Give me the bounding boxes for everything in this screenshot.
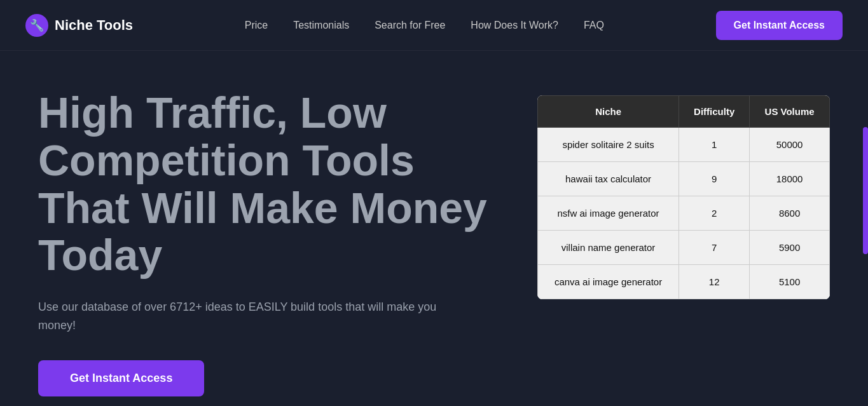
niche-table: Niche Difficulty US Volume spider solita… — [537, 95, 830, 299]
cell-niche: nsfw ai image generator — [538, 196, 679, 231]
nav-price[interactable]: Price — [245, 20, 268, 30]
navbar: 🔧 Niche Tools Price Testimonials Search … — [0, 0, 868, 51]
nav-how-does-it-work[interactable]: How Does It Work? — [471, 20, 558, 30]
table-row: canva ai image generator 12 5100 — [538, 265, 830, 299]
cell-difficulty: 9 — [679, 162, 750, 196]
cell-difficulty: 1 — [679, 128, 750, 162]
table-header-row: Niche Difficulty US Volume — [538, 96, 830, 128]
table-row: spider solitaire 2 suits 1 50000 — [538, 128, 830, 162]
cell-niche: canva ai image generator — [538, 265, 679, 299]
table-row: nsfw ai image generator 2 8600 — [538, 196, 830, 231]
cell-niche: spider solitaire 2 suits — [538, 128, 679, 162]
scrollbar[interactable] — [863, 127, 868, 254]
cell-volume: 5100 — [750, 265, 830, 299]
cell-difficulty: 2 — [679, 196, 750, 231]
cell-volume: 8600 — [750, 196, 830, 231]
cell-volume: 5900 — [750, 231, 830, 265]
hero-subtitle: Use our database of over 6712+ ideas to … — [38, 298, 471, 335]
nav-cta-button[interactable]: Get Instant Access — [716, 11, 843, 40]
hero-title: High Traffic, Low Competition Tools That… — [38, 89, 499, 279]
brand-link[interactable]: 🔧 Niche Tools — [25, 14, 133, 37]
col-niche: Niche — [538, 96, 679, 128]
col-difficulty: Difficulty — [679, 96, 750, 128]
hero-section: High Traffic, Low Competition Tools That… — [38, 89, 499, 406]
cell-difficulty: 12 — [679, 265, 750, 299]
table-section: Niche Difficulty US Volume spider solita… — [537, 89, 830, 299]
cell-niche: villain name generator — [538, 231, 679, 265]
col-volume: US Volume — [750, 96, 830, 128]
main-content: High Traffic, Low Competition Tools That… — [0, 51, 868, 406]
nav-faq[interactable]: FAQ — [584, 20, 604, 30]
nav-links: Price Testimonials Search for Free How D… — [245, 20, 604, 31]
table-row: hawaii tax calculator 9 18000 — [538, 162, 830, 196]
cell-volume: 50000 — [750, 128, 830, 162]
cell-niche: hawaii tax calculator — [538, 162, 679, 196]
hero-cta-button[interactable]: Get Instant Access — [38, 360, 204, 396]
nav-testimonials[interactable]: Testimonials — [293, 20, 349, 30]
nav-search-for-free[interactable]: Search for Free — [375, 20, 445, 30]
brand-icon: 🔧 — [25, 14, 48, 37]
cell-difficulty: 7 — [679, 231, 750, 265]
table-row: villain name generator 7 5900 — [538, 231, 830, 265]
cell-volume: 18000 — [750, 162, 830, 196]
brand-name: Niche Tools — [55, 17, 133, 34]
